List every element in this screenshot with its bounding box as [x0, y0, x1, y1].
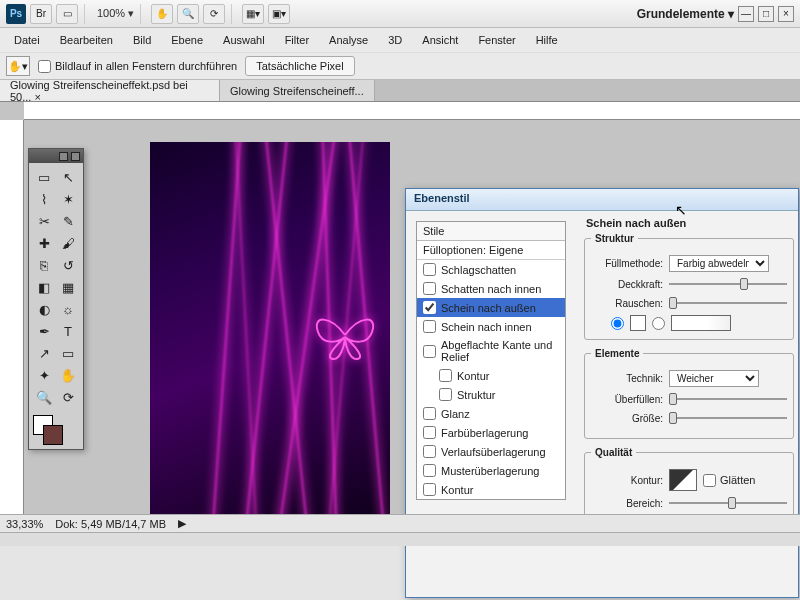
noise-slider[interactable]: [669, 296, 787, 310]
style-checkbox[interactable]: [439, 369, 452, 382]
gradient-tool[interactable]: ▦: [56, 276, 80, 298]
styles-list: Stile Fülloptionen: EigeneSchlagschatten…: [416, 221, 566, 500]
style-checkbox[interactable]: [423, 301, 436, 314]
style-checkbox[interactable]: [423, 345, 436, 358]
menu-bearbeiten[interactable]: Bearbeiten: [50, 30, 123, 50]
zoom-tool-button[interactable]: 🔍: [177, 4, 199, 24]
menu-bild[interactable]: Bild: [123, 30, 161, 50]
glow-gradient-swatch[interactable]: [671, 315, 731, 331]
document-tab[interactable]: Glowing Streifenscheineffekt.psd bei 50.…: [0, 80, 220, 101]
screenmode-button[interactable]: ▣▾: [268, 4, 290, 24]
current-tool-icon[interactable]: ✋▾: [6, 56, 30, 76]
actual-pixels-button[interactable]: Tatsächliche Pixel: [245, 56, 354, 76]
marquee-tool[interactable]: ▭: [32, 166, 56, 188]
style-checkbox[interactable]: [423, 407, 436, 420]
opacity-slider[interactable]: [669, 277, 787, 291]
style-label: Kontur: [441, 484, 473, 496]
blendmode-select[interactable]: Farbig abwedeln: [669, 255, 769, 272]
style-checkbox[interactable]: [423, 320, 436, 333]
range-slider[interactable]: [669, 496, 787, 510]
glow-color-swatch[interactable]: [630, 315, 646, 331]
scroll-all-windows-checkbox[interactable]: Bildlauf in allen Fenstern durchführen: [38, 60, 237, 73]
toolbox-close-icon[interactable]: [71, 152, 80, 161]
blur-tool[interactable]: ◐: [32, 298, 56, 320]
hand-tool-button[interactable]: ✋: [151, 4, 173, 24]
contour-picker[interactable]: [669, 469, 697, 491]
menu-3d[interactable]: 3D: [378, 30, 412, 50]
rotate-button[interactable]: ⟳: [203, 4, 225, 24]
background-color[interactable]: [43, 425, 63, 445]
style-checkbox[interactable]: [423, 263, 436, 276]
spread-slider[interactable]: [669, 392, 787, 406]
healing-tool[interactable]: ✚: [32, 232, 56, 254]
crop-tool[interactable]: ✂: [32, 210, 56, 232]
toolbox-collapse-icon[interactable]: [59, 152, 68, 161]
canvas[interactable]: [150, 142, 390, 522]
shape-tool[interactable]: ▭: [56, 342, 80, 364]
maximize-button[interactable]: □: [758, 6, 774, 22]
quick-select-tool[interactable]: ✶: [56, 188, 80, 210]
menu-analyse[interactable]: Analyse: [319, 30, 378, 50]
pen-tool[interactable]: ✒: [32, 320, 56, 342]
menu-hilfe[interactable]: Hilfe: [526, 30, 568, 50]
menu-fenster[interactable]: Fenster: [468, 30, 525, 50]
menu-filter[interactable]: Filter: [275, 30, 319, 50]
minimize-button[interactable]: —: [738, 6, 754, 22]
style-item[interactable]: Glanz: [417, 404, 565, 423]
horizontal-scrollbar[interactable]: [0, 532, 800, 546]
document-tab[interactable]: Glowing Streifenscheineff...: [220, 80, 375, 101]
arrange-button[interactable]: ▦▾: [242, 4, 264, 24]
style-item[interactable]: Schlagschatten: [417, 260, 565, 279]
stamp-tool[interactable]: ⎘: [32, 254, 56, 276]
style-item[interactable]: Fülloptionen: Eigene: [417, 241, 565, 260]
style-checkbox[interactable]: [439, 388, 452, 401]
style-item[interactable]: Kontur: [417, 480, 565, 499]
close-button[interactable]: ×: [778, 6, 794, 22]
noise-label: Rauschen:: [591, 298, 663, 309]
bridge-button[interactable]: Br: [30, 4, 52, 24]
style-item[interactable]: Schatten nach innen: [417, 279, 565, 298]
gradient-radio[interactable]: [652, 317, 665, 330]
history-brush-tool[interactable]: ↺: [56, 254, 80, 276]
zoom-tool[interactable]: 🔍: [32, 386, 56, 408]
dodge-tool[interactable]: ☼: [56, 298, 80, 320]
color-radio[interactable]: [611, 317, 624, 330]
antialias-checkbox[interactable]: Glätten: [703, 474, 775, 487]
eraser-tool[interactable]: ◧: [32, 276, 56, 298]
style-item[interactable]: Verlaufsüberlagerung: [417, 442, 565, 461]
color-swatches[interactable]: [29, 411, 83, 449]
style-checkbox[interactable]: [423, 483, 436, 496]
style-item[interactable]: Struktur: [417, 385, 565, 404]
screen-mode-button[interactable]: ▭: [56, 4, 78, 24]
move-tool[interactable]: ↖: [56, 166, 80, 188]
3d-tool[interactable]: ✦: [32, 364, 56, 386]
workspace-switcher[interactable]: Grundelemente ▾: [637, 7, 734, 21]
path-select-tool[interactable]: ↗: [32, 342, 56, 364]
menu-ansicht[interactable]: Ansicht: [412, 30, 468, 50]
style-checkbox[interactable]: [423, 445, 436, 458]
eyedropper-tool[interactable]: ✎: [56, 210, 80, 232]
style-item[interactable]: Schein nach innen: [417, 317, 565, 336]
group-legend: Qualität: [591, 447, 636, 458]
brush-tool[interactable]: 🖌: [56, 232, 80, 254]
style-item[interactable]: Schein nach außen: [417, 298, 565, 317]
style-checkbox[interactable]: [423, 282, 436, 295]
size-slider[interactable]: [669, 411, 787, 425]
style-item[interactable]: Abgeflachte Kante und Relief: [417, 336, 565, 366]
style-item[interactable]: Musterüberlagerung: [417, 461, 565, 480]
hand-tool[interactable]: ✋: [56, 364, 80, 386]
zoom-level[interactable]: 100% ▾: [97, 7, 134, 20]
style-item[interactable]: Kontur: [417, 366, 565, 385]
style-label: Musterüberlagerung: [441, 465, 539, 477]
style-checkbox[interactable]: [423, 464, 436, 477]
menu-datei[interactable]: Datei: [4, 30, 50, 50]
lasso-tool[interactable]: ⌇: [32, 188, 56, 210]
rotate-view-tool[interactable]: ⟳: [56, 386, 80, 408]
type-tool[interactable]: T: [56, 320, 80, 342]
style-checkbox[interactable]: [423, 426, 436, 439]
menu-ebene[interactable]: Ebene: [161, 30, 213, 50]
status-arrow-icon[interactable]: ▶: [178, 517, 186, 530]
menu-auswahl[interactable]: Auswahl: [213, 30, 275, 50]
technique-select[interactable]: Weicher: [669, 370, 759, 387]
style-item[interactable]: Farbüberlagerung: [417, 423, 565, 442]
